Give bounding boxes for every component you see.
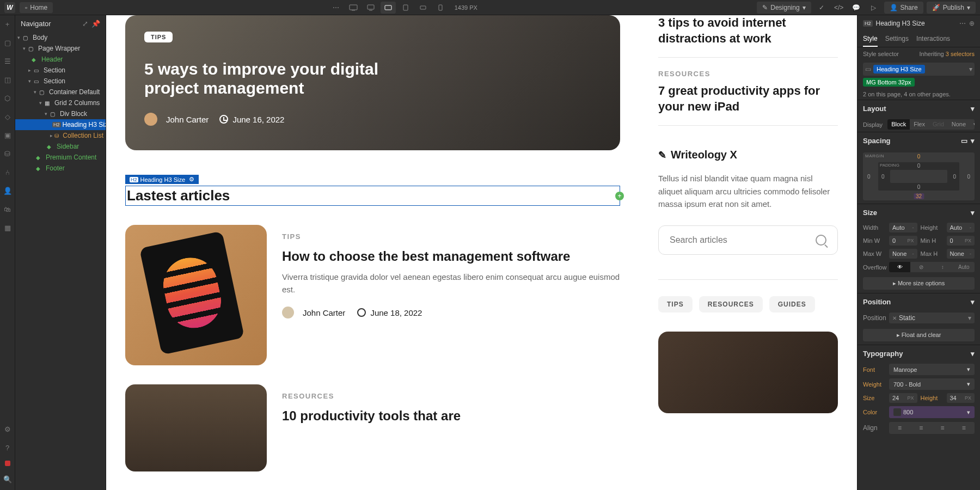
search-icon[interactable]: 🔍 — [2, 474, 13, 485]
selected-element[interactable]: Lastest articles + — [125, 186, 620, 206]
search-icon[interactable] — [816, 235, 826, 246]
settings-icon[interactable]: ⚙ — [2, 424, 13, 434]
padding-top[interactable]: 0 — [917, 163, 921, 169]
share-button[interactable]: 👤 Share — [884, 2, 923, 14]
padding-bottom[interactable]: 0 — [917, 184, 921, 190]
webflow-logo[interactable]: W — [4, 2, 15, 13]
sidebar-article[interactable]: RESOURCES 7 great productivity apps for … — [658, 70, 838, 126]
tab-style[interactable]: Style — [863, 32, 878, 47]
nav-item-page-wrapper[interactable]: ▾▢Page Wrapper — [15, 43, 106, 54]
font-select[interactable]: Manrope▾ — [889, 364, 975, 375]
position-select[interactable]: ✕ Static ▾ — [889, 313, 975, 323]
pages-icon[interactable]: ▢ — [2, 37, 13, 48]
check-icon[interactable]: ✓ — [814, 2, 829, 14]
more-options[interactable]: ⋯ — [328, 2, 344, 14]
nav-item-header[interactable]: ◆Header — [15, 54, 106, 65]
minw-input[interactable]: 0PX — [889, 236, 917, 246]
maxh-input[interactable]: None- — [947, 249, 975, 259]
display-flex[interactable]: Flex — [910, 119, 929, 130]
section-typography[interactable]: Typography▾ — [857, 345, 980, 362]
nav-item-grid[interactable]: ▾▦Grid 2 Columns — [15, 97, 106, 108]
tab-interactions[interactable]: Interactions — [916, 32, 950, 47]
margin-right[interactable]: 0 — [967, 174, 970, 180]
nav-item-body[interactable]: ▾▢Body — [15, 32, 106, 43]
hero-article-card[interactable]: TIPS 5 ways to improve your digital proj… — [125, 15, 620, 150]
page-selector[interactable]: ▫ Home — [20, 2, 53, 13]
collapse-icon[interactable]: ⤢ — [82, 20, 88, 28]
help-icon[interactable]: ? — [2, 442, 13, 453]
align-left[interactable]: ≡ — [889, 422, 910, 434]
align-right[interactable]: ≡ — [932, 422, 953, 434]
device-desktop-large[interactable] — [346, 2, 361, 14]
section-layout[interactable]: Layout▾ — [857, 100, 980, 117]
add-element-inline[interactable]: + — [615, 192, 624, 200]
more-icon[interactable]: ⋯ — [959, 20, 966, 27]
tag-tips[interactable]: TIPS — [658, 296, 693, 313]
gear-icon[interactable]: ⚙ — [189, 176, 194, 183]
navigator-icon[interactable]: ☰ — [2, 56, 13, 66]
article-item[interactable]: RESOURCES 10 productivity tools that are — [125, 384, 620, 471]
code-icon[interactable]: </> — [832, 2, 846, 14]
styles-icon[interactable]: ◇ — [2, 111, 13, 122]
width-input[interactable]: Auto- — [889, 223, 917, 232]
device-tablet[interactable] — [398, 2, 413, 14]
nav-item-footer[interactable]: ◆Footer — [15, 163, 106, 174]
cms-icon[interactable]: ⛁ — [2, 148, 13, 159]
chevron-down-icon[interactable]: ▾ — [969, 65, 972, 73]
align-center[interactable]: ≡ — [910, 422, 932, 434]
ecommerce-icon[interactable]: 🛍 — [2, 204, 13, 215]
section-position[interactable]: Position▾ — [857, 293, 980, 310]
components-icon[interactable]: ◫ — [2, 74, 13, 85]
height-input[interactable]: Auto- — [947, 223, 975, 232]
variables-icon[interactable]: ⬡ — [2, 93, 13, 103]
search-input[interactable] — [670, 235, 816, 245]
display-more[interactable]: ▾ — [970, 119, 975, 130]
class-selector[interactable]: ▭ Heading H3 Size ▾ — [863, 63, 975, 76]
align-justify[interactable]: ≡ — [953, 422, 975, 434]
minh-input[interactable]: 0PX — [947, 236, 975, 246]
article-item[interactable]: TIPS How to choose the best management s… — [125, 225, 620, 365]
design-canvas[interactable]: TIPS 5 ways to improve your digital proj… — [106, 15, 857, 490]
font-size-input[interactable]: 24PX — [889, 393, 917, 403]
nav-item-premium[interactable]: ◆Premium Content — [15, 152, 106, 163]
class-chip-combo[interactable]: MG Bottom 32px — [863, 78, 915, 87]
comment-icon[interactable]: 💬 — [849, 2, 863, 14]
spacing-editor[interactable]: MARGIN 0 32 0 0 PADDING 0 0 0 0 — [863, 152, 975, 200]
selection-badge[interactable]: H2 Heading H3 Size ⚙ — [125, 175, 199, 184]
display-block[interactable]: Block — [887, 119, 910, 130]
focus-icon[interactable]: ⊕ — [969, 20, 975, 27]
add-element-icon[interactable]: + — [2, 19, 13, 29]
nav-item-collection[interactable]: ▸⛁Collection List — [15, 130, 106, 141]
mode-switcher[interactable]: ✎ Designing ▾ — [757, 2, 811, 14]
padding-left[interactable]: 0 — [881, 174, 885, 180]
weight-select[interactable]: 700 - Bold▾ — [889, 378, 975, 390]
section-size[interactable]: Size▾ — [857, 204, 980, 221]
overflow-hidden[interactable]: ⊘ — [910, 262, 932, 272]
display-grid[interactable]: Grid — [929, 119, 948, 130]
logic-icon[interactable]: ⑃ — [2, 167, 13, 177]
preview-icon[interactable]: ▷ — [867, 2, 881, 14]
sidebar-article[interactable]: 3 tips to avoid internet distractions at… — [658, 15, 838, 58]
nav-item-heading-h3[interactable]: H2Heading H3 Size — [15, 119, 106, 130]
margin-top[interactable]: 0 — [917, 154, 921, 160]
device-mobile[interactable] — [433, 2, 448, 14]
spacing-sides-icon[interactable]: ▭ — [961, 137, 967, 145]
overflow-auto[interactable]: Auto — [953, 262, 975, 272]
section-spacing[interactable]: Spacing▭▾ — [857, 132, 980, 149]
inheriting-link[interactable]: 3 selectors — [946, 51, 975, 57]
more-size-options[interactable]: ▸ More size options — [863, 277, 975, 290]
nav-item-container[interactable]: ▾▢Container Default — [15, 87, 106, 97]
nav-item-section-2[interactable]: ▾▭Section — [15, 76, 106, 87]
recorder-icon[interactable] — [5, 461, 10, 466]
users-icon[interactable]: 👤 — [2, 185, 13, 196]
device-desktop[interactable] — [363, 2, 378, 14]
margin-left[interactable]: 0 — [867, 174, 871, 180]
tag-guides[interactable]: GUIDES — [769, 296, 815, 313]
display-none[interactable]: None — [948, 119, 970, 130]
tag-resources[interactable]: RESOURCES — [699, 296, 763, 313]
class-chip[interactable]: Heading H3 Size — [873, 65, 925, 74]
pin-icon[interactable]: 📌 — [91, 20, 100, 28]
overflow-visible[interactable]: 👁 — [889, 262, 910, 272]
apps-icon[interactable]: ▦ — [2, 222, 13, 233]
nav-item-sidebar[interactable]: ◆Sidebar — [15, 141, 106, 152]
